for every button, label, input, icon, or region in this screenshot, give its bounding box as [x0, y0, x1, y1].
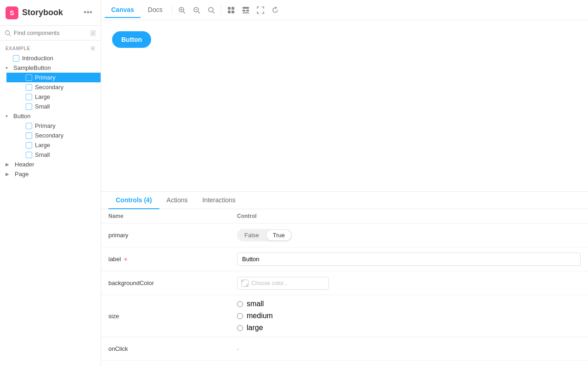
required-mark: ✳: [124, 257, 128, 262]
radio-input-small[interactable]: [237, 301, 243, 307]
svg-line-1: [9, 34, 11, 36]
svg-line-10: [213, 11, 215, 13]
control-value-label: [237, 252, 581, 266]
sidebar-search-container: /: [0, 26, 101, 40]
control-value-size: small medium large: [237, 300, 581, 332]
toggle-group-primary: False True: [237, 229, 292, 241]
radio-large[interactable]: large: [237, 324, 273, 332]
sidebar-item-introduction[interactable]: Introduction: [0, 53, 101, 63]
svg-rect-17: [246, 10, 249, 11]
main-content: Canvas Docs: [101, 0, 588, 366]
control-row-primary: primary False True: [101, 223, 588, 247]
zoom-in-icon: [178, 6, 186, 14]
control-value-backgroundcolor: Choose color...: [237, 277, 581, 290]
sidebar-item-samplebutton-secondary[interactable]: Secondary: [6, 82, 101, 92]
toggle-true[interactable]: True: [266, 230, 291, 240]
label-input[interactable]: [237, 252, 581, 266]
onclick-value: -: [237, 345, 239, 352]
caret-icon: ▶: [6, 172, 9, 177]
control-row-backgroundcolor: backgroundColor Choose color...: [101, 271, 588, 295]
layout-button[interactable]: [239, 3, 253, 17]
tab-controls[interactable]: Controls (4): [108, 192, 159, 209]
sidebar-header: S Storybook •••: [0, 0, 101, 26]
radio-input-medium[interactable]: [237, 313, 243, 319]
story-icon: [26, 142, 32, 149]
svg-rect-14: [232, 11, 234, 13]
sidebar-group-header-samplebutton[interactable]: ▾ SampleButton: [0, 63, 101, 73]
layout-icon: [242, 6, 249, 14]
caret-icon: ▶: [6, 162, 9, 167]
caret-icon: ▾: [6, 65, 8, 70]
fullscreen-icon: [257, 6, 264, 14]
sidebar-section-label: EXAMPLE ⊞: [0, 40, 101, 53]
canvas-area: Button: [101, 20, 588, 191]
svg-point-9: [209, 7, 213, 12]
sidebar-group-samplebutton: ▾ SampleButton Primary Secondary Large S…: [0, 63, 101, 111]
preview-button[interactable]: Button: [112, 31, 151, 48]
control-row-onclick: onClick -: [101, 337, 588, 361]
tab-actions[interactable]: Actions: [159, 192, 195, 209]
control-name-onclick: onClick: [108, 345, 237, 352]
story-icon: [26, 103, 32, 110]
color-swatch: [241, 280, 249, 287]
story-icon: [26, 132, 32, 139]
sidebar-item-button-small[interactable]: Small: [6, 150, 101, 160]
tab-canvas[interactable]: Canvas: [105, 2, 141, 18]
story-icon: [26, 123, 32, 129]
sidebar-item-button-primary[interactable]: Primary: [6, 121, 101, 131]
svg-point-0: [6, 30, 10, 34]
control-value-onclick: -: [237, 345, 581, 352]
search-shortcut: /: [90, 30, 96, 36]
sidebar-group-header-button[interactable]: ▾ Button: [0, 111, 101, 121]
control-value-primary: False True: [237, 229, 581, 241]
tab-interactions[interactable]: Interactions: [195, 192, 243, 209]
story-icon: [26, 152, 32, 158]
sidebar-group-header: ▶ Header: [0, 160, 101, 169]
sidebar: S Storybook ••• / EXAMPLE ⊞ Introduction…: [0, 0, 101, 366]
section-collapse-button[interactable]: ⊞: [90, 45, 95, 51]
zoom-reset-button[interactable]: [204, 3, 218, 17]
radio-medium[interactable]: medium: [237, 312, 273, 320]
storybook-logo: S: [6, 6, 18, 19]
sidebar-group-header-header[interactable]: ▶ Header: [0, 160, 101, 169]
search-input[interactable]: [14, 29, 87, 36]
grid-view-button[interactable]: [224, 3, 238, 17]
sidebar-group-button: ▾ Button Primary Secondary Large Small: [0, 111, 101, 160]
zoom-out-button[interactable]: [190, 3, 204, 17]
samplebutton-children: Primary Secondary Large Small: [0, 73, 101, 111]
sidebar-group-header-page[interactable]: ▶ Page: [0, 169, 101, 179]
sidebar-item-samplebutton-primary[interactable]: Primary: [6, 73, 101, 82]
color-picker-wrapper[interactable]: Choose color...: [237, 277, 329, 290]
radio-group-size: small medium large: [237, 300, 273, 332]
controls-table-header: Name Control: [101, 209, 588, 223]
fullscreen-button[interactable]: [254, 3, 267, 17]
svg-line-7: [198, 11, 200, 13]
toggle-false[interactable]: False: [238, 230, 266, 240]
zoom-in-button[interactable]: [175, 3, 189, 17]
storybook-title: Storybook: [22, 8, 63, 17]
sidebar-item-button-large[interactable]: Large: [6, 140, 101, 150]
toolbar: Canvas Docs: [101, 0, 588, 20]
zoom-out-icon: [193, 6, 200, 14]
sidebar-item-button-secondary[interactable]: Secondary: [6, 131, 101, 140]
bottom-tabs: Controls (4) Actions Interactions: [101, 192, 588, 209]
svg-rect-16: [243, 10, 245, 11]
tab-docs[interactable]: Docs: [141, 2, 169, 18]
story-icon: [26, 94, 32, 100]
radio-input-large[interactable]: [237, 325, 243, 331]
control-name-backgroundcolor: backgroundColor: [108, 280, 237, 286]
radio-small[interactable]: small: [237, 300, 273, 308]
sidebar-menu-button[interactable]: •••: [81, 7, 95, 18]
control-name-primary: primary: [108, 232, 237, 239]
refresh-button[interactable]: [268, 3, 282, 17]
control-row-size: size small medium large: [101, 295, 588, 337]
svg-rect-15: [243, 7, 249, 9]
svg-rect-18: [243, 12, 249, 13]
control-name-size: size: [108, 313, 237, 320]
story-icon: [13, 55, 19, 62]
sidebar-item-samplebutton-large[interactable]: Large: [6, 92, 101, 102]
sidebar-item-samplebutton-small[interactable]: Small: [6, 102, 101, 111]
svg-line-3: [183, 11, 185, 13]
refresh-icon: [271, 6, 279, 14]
story-icon: [26, 84, 32, 91]
